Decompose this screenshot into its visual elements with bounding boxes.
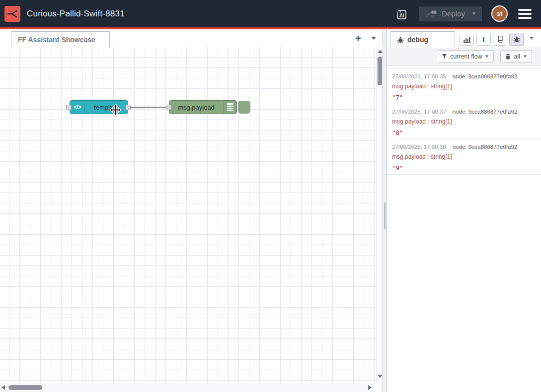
debug-filter-label: current flow	[450, 53, 482, 60]
template-input-port[interactable]	[66, 105, 72, 110]
main-menu-button[interactable]	[517, 7, 533, 21]
sidebar-button-help[interactable]	[493, 33, 507, 46]
scroll-down-arrow[interactable]	[378, 375, 383, 378]
book-icon	[496, 35, 504, 43]
ai-assistant-button[interactable]: AI	[393, 5, 409, 22]
sidebar-button-info[interactable]: i	[476, 33, 491, 46]
bar-chart-icon	[463, 36, 471, 43]
debug-message: 27/06/2025, 17:00:35node: 9cea886877e0fa…	[387, 69, 541, 104]
ai-sparkle-icon: AI	[394, 6, 409, 22]
sidebar-button-debug[interactable]	[509, 33, 524, 46]
info-icon: i	[482, 35, 484, 44]
sidebar-button-dashboard[interactable]	[460, 33, 474, 46]
message-timestamp: 27/06/2025, 17:00:37	[392, 109, 446, 115]
debug-message: 27/06/2025, 17:00:38node: 9cea886877e0fa…	[387, 139, 541, 175]
scroll-up-arrow[interactable]	[378, 50, 383, 53]
debug-clear-label: all	[514, 53, 520, 60]
workspace-tab-list-caret[interactable]	[372, 37, 376, 40]
canvas-horizontal-scrollbar[interactable]	[0, 383, 376, 392]
debug-message: 27/06/2025, 17:00:37node: 9cea886877e0fa…	[387, 104, 541, 139]
debug-message-list: 27/06/2025, 17:00:35node: 9cea886877e0fa…	[387, 68, 541, 175]
message-node-id: node: 9cea886877e0fa92	[453, 73, 517, 79]
deploy-pipeline-icon	[425, 10, 437, 18]
vertical-scroll-thumb[interactable]	[378, 57, 382, 85]
splitter-drag-handle[interactable]	[384, 202, 386, 229]
template-output-port[interactable]	[125, 105, 131, 110]
node-template-label: template	[85, 101, 128, 114]
message-node-id: node: 9cea886877e0fa92	[453, 144, 517, 150]
flowfuse-logo[interactable]	[4, 6, 20, 22]
flowfuse-fork-icon	[7, 9, 17, 19]
user-avatar[interactable]: st	[491, 5, 508, 22]
trash-icon	[505, 54, 511, 60]
scroll-right-arrow[interactable]	[368, 385, 372, 390]
node-debug[interactable]: msg.payload	[169, 100, 237, 114]
debug-enable-toggle[interactable]	[238, 101, 250, 114]
sidebar-tab-debug[interactable]: debug	[390, 31, 455, 48]
debug-filter-button[interactable]: current flow	[437, 50, 494, 63]
scroll-left-arrow[interactable]	[1, 385, 5, 390]
app-header: Curious-Pallid-Swift-8831 AI Deploy st	[0, 0, 541, 27]
clear-caret	[524, 55, 527, 57]
debug-lines-icon	[223, 101, 236, 114]
node-debug-label: msg.payload	[169, 101, 223, 114]
message-value: "9"	[392, 164, 536, 172]
debug-clear-button[interactable]: all	[500, 50, 532, 63]
bug-icon	[513, 36, 520, 43]
message-node-id: node: 9cea886877e0fa92	[453, 109, 517, 115]
ai-icon-label: AI	[399, 13, 404, 18]
horizontal-scroll-thumb[interactable]	[8, 385, 42, 390]
sidebar-splitter[interactable]	[383, 29, 387, 392]
add-flow-button[interactable]: +	[352, 32, 364, 44]
message-payload-path[interactable]: msg.payload : string[1]	[392, 118, 536, 125]
message-timestamp: 27/06/2025, 17:00:35	[392, 73, 446, 79]
bug-icon	[397, 36, 404, 44]
flow-canvas[interactable]: </> template msg.payload	[0, 47, 376, 383]
deploy-options-caret[interactable]	[472, 12, 476, 15]
workspace-tab-strip: FF Assistant Showcase +	[0, 29, 383, 47]
sidebar-tab-debug-label: debug	[407, 36, 428, 44]
funnel-icon	[442, 54, 447, 59]
node-template[interactable]: </> template	[70, 100, 128, 114]
canvas-vertical-scrollbar[interactable]	[376, 47, 383, 383]
message-value: "7"	[392, 94, 536, 101]
hamburger-menu-icon	[518, 9, 532, 11]
deploy-label: Deploy	[442, 9, 465, 18]
wire-template-to-debug[interactable]	[128, 107, 171, 108]
message-payload-path[interactable]: msg.payload : string[1]	[392, 83, 536, 90]
deploy-button[interactable]: Deploy	[419, 6, 482, 21]
debug-toolbar: current flow all	[387, 47, 541, 66]
sidebar-tab-list-caret[interactable]	[530, 37, 534, 40]
workspace-tab-ff-assistant-showcase[interactable]: FF Assistant Showcase	[11, 31, 110, 48]
instance-title: Curious-Pallid-Swift-8831	[27, 9, 125, 19]
message-timestamp: 27/06/2025, 17:00:38	[392, 144, 446, 150]
message-value: "8"	[392, 129, 536, 136]
template-code-icon: </>	[70, 101, 85, 114]
sidebar: debug i current flow	[387, 29, 541, 392]
filter-caret	[485, 55, 489, 57]
debug-input-port[interactable]	[166, 105, 171, 110]
message-payload-path[interactable]: msg.payload : string[1]	[392, 153, 536, 160]
workspace-tab-label: FF Assistant Showcase	[18, 36, 95, 44]
